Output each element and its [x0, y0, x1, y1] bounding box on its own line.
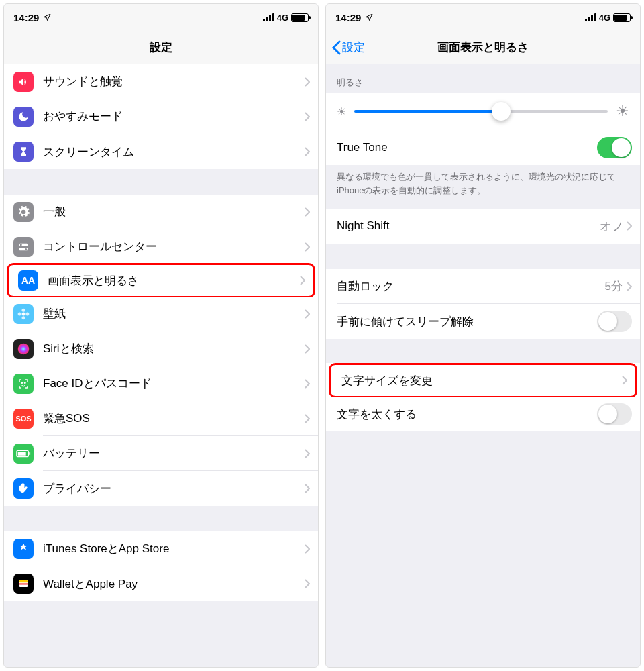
night-shift-value: オフ: [600, 219, 623, 234]
row-label: サウンドと触覚: [43, 74, 305, 89]
general-icon: [13, 202, 34, 222]
raise-to-wake-toggle[interactable]: [597, 311, 632, 332]
chevron-right-icon: [305, 414, 310, 423]
chevron-right-icon: [627, 221, 632, 231]
brightness-header: 明るさ: [326, 64, 640, 93]
bold-text-label: 文字を太くする: [337, 407, 597, 422]
auto-lock-row[interactable]: 自動ロック 5分: [326, 269, 640, 304]
settings-row-wallpaper[interactable]: 壁紙: [4, 297, 318, 331]
svg-rect-16: [19, 580, 28, 582]
chevron-right-icon: [305, 112, 310, 121]
chevron-right-icon: [305, 484, 310, 493]
row-label: コントロールセンター: [43, 239, 305, 254]
chevron-right-icon: [305, 309, 310, 319]
siri-icon: [13, 339, 34, 359]
true-tone-label: True Tone: [337, 141, 597, 154]
svg-point-2: [20, 244, 22, 246]
row-label: Siriと検索: [43, 341, 305, 356]
row-label: スクリーンタイム: [43, 144, 305, 160]
true-tone-row: True Tone: [326, 130, 640, 165]
brightness-slider-row: ☀︎ ☀︎: [326, 93, 640, 130]
location-icon: [43, 13, 51, 21]
chevron-right-icon: [622, 376, 627, 385]
svg-point-11: [25, 382, 26, 384]
row-label: 壁紙: [43, 306, 305, 321]
chevron-right-icon: [305, 242, 310, 252]
display-icon: AA: [18, 270, 38, 291]
privacy-icon: [13, 478, 34, 499]
chevron-right-icon: [627, 282, 632, 291]
true-tone-footer: 異なる環境でも色が一貫して表示されるように、環境光の状況に応じてiPhoneの表…: [326, 165, 640, 199]
bold-text-toggle[interactable]: [597, 403, 632, 425]
settings-row-appstore[interactable]: iTunes StoreとApp Store: [4, 531, 318, 566]
control-center-icon: [13, 237, 34, 257]
settings-row-screentime[interactable]: スクリーンタイム: [4, 134, 318, 169]
brightness-low-icon: ☀︎: [337, 105, 346, 118]
night-shift-row[interactable]: Night Shift オフ: [326, 209, 640, 244]
location-icon: [365, 13, 373, 21]
settings-row-sounds[interactable]: サウンドと触覚: [4, 64, 318, 99]
row-label: WalletとApple Pay: [43, 576, 305, 592]
chevron-right-icon: [305, 77, 310, 87]
settings-row-privacy[interactable]: プライバシー: [4, 471, 318, 506]
true-tone-toggle[interactable]: [597, 137, 632, 158]
settings-row-faceid[interactable]: Face IDとパスコード: [4, 366, 318, 401]
battery-icon: [13, 444, 34, 464]
chevron-right-icon: [305, 579, 310, 588]
settings-row-battery[interactable]: バッテリー: [4, 436, 318, 471]
brightness-slider[interactable]: [354, 110, 608, 113]
svg-point-5: [22, 309, 25, 312]
status-time: 14:29: [13, 12, 39, 23]
bold-text-row: 文字を太くする: [326, 397, 640, 431]
settings-row-sos[interactable]: SOS 緊急SOS: [4, 401, 318, 436]
faceid-icon: [13, 374, 34, 394]
dnd-icon: [13, 107, 34, 127]
chevron-right-icon: [305, 449, 310, 458]
status-time: 14:29: [335, 12, 361, 23]
settings-row-display[interactable]: AA 画面表示と明るさ: [7, 263, 315, 298]
chevron-right-icon: [305, 147, 310, 156]
raise-to-wake-row: 手前に傾けてスリープ解除: [326, 304, 640, 339]
back-button[interactable]: 設定: [326, 40, 365, 55]
row-label: iTunes StoreとApp Store: [43, 541, 305, 556]
settings-row-control-center[interactable]: コントロールセンター: [4, 229, 318, 264]
settings-list[interactable]: サウンドと触覚 おやすみモード スクリーンタイム 一般 コントロールセンター A…: [4, 64, 318, 667]
nav-bar: 設定: [4, 31, 318, 64]
svg-point-10: [21, 382, 23, 384]
svg-point-4: [22, 313, 25, 316]
sounds-icon: [13, 72, 34, 92]
svg-rect-13: [18, 452, 26, 456]
svg-point-8: [25, 313, 29, 316]
chevron-left-icon: [331, 40, 341, 55]
signal-icon: [263, 13, 274, 21]
wallpaper-icon: [13, 304, 34, 324]
battery-icon: [291, 13, 309, 22]
back-label: 設定: [342, 40, 365, 55]
chevron-right-icon: [305, 207, 310, 217]
chevron-right-icon: [305, 544, 310, 554]
svg-point-3: [25, 248, 27, 250]
svg-rect-17: [19, 583, 28, 585]
settings-row-wallet[interactable]: WalletとApple Pay: [4, 566, 318, 601]
settings-row-general[interactable]: 一般: [4, 195, 318, 229]
display-settings-list[interactable]: 明るさ ☀︎ ☀︎ True Tone 異なる環境でも色が一貫して表示されるよう…: [326, 64, 640, 667]
network-label: 4G: [277, 13, 288, 23]
display-brightness-screen: 14:29 4G 設定 画面表示と明るさ 明るさ ☀︎ ☀︎: [325, 3, 641, 668]
auto-lock-value: 5分: [605, 278, 623, 294]
settings-screen: 14:29 4G 設定 サウンドと触覚 おやすみモード スクリーンタイム 一般 …: [3, 3, 319, 668]
settings-row-dnd[interactable]: おやすみモード: [4, 99, 318, 134]
settings-row-siri[interactable]: Siriと検索: [4, 331, 318, 366]
screentime-icon: [13, 142, 34, 162]
svg-rect-14: [29, 452, 30, 455]
chevron-right-icon: [300, 276, 305, 285]
text-size-row[interactable]: 文字サイズを変更: [329, 363, 637, 398]
svg-point-7: [18, 313, 21, 316]
nav-bar: 設定 画面表示と明るさ: [326, 31, 640, 64]
row-label: Face IDとパスコード: [43, 376, 305, 391]
status-bar: 14:29 4G: [326, 4, 640, 31]
chevron-right-icon: [305, 344, 310, 354]
night-shift-label: Night Shift: [337, 219, 600, 233]
signal-icon: [585, 13, 596, 21]
battery-icon: [613, 13, 631, 22]
auto-lock-label: 自動ロック: [337, 278, 605, 294]
